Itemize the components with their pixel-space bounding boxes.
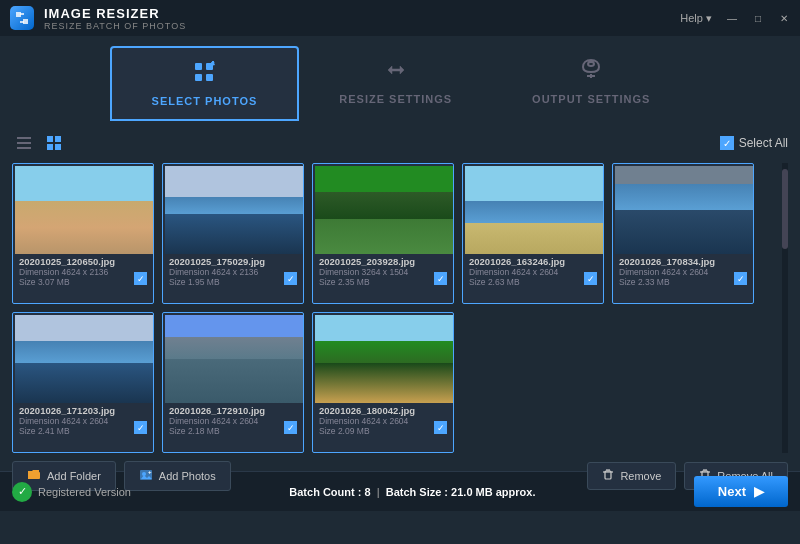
select-all-label: Select All	[739, 136, 788, 150]
photo-item[interactable]: 20201025_175029.jpg Dimension 4624 x 213…	[162, 163, 304, 304]
photo-size: Size 2.35 MB	[319, 277, 447, 287]
svg-rect-4	[195, 63, 202, 70]
svg-rect-14	[47, 144, 53, 150]
tab-output-settings[interactable]: OUTPUT SETTINGS	[492, 46, 690, 121]
photo-checkbox[interactable]: ✓	[134, 272, 147, 285]
photo-item[interactable]: 20201026_171203.jpg Dimension 4624 x 260…	[12, 312, 154, 453]
photo-checkbox[interactable]: ✓	[434, 272, 447, 285]
list-view-button[interactable]	[12, 131, 36, 155]
photo-size: Size 1.95 MB	[169, 277, 297, 287]
add-photos-button[interactable]: + Add Photos	[124, 461, 231, 491]
add-photos-label: Add Photos	[159, 470, 216, 482]
nav-tabs: SELECT PHOTOS RESIZE SETTINGS OUTPUT SET…	[0, 36, 800, 121]
app-subtitle: RESIZE BATCH OF PHOTOS	[44, 21, 186, 31]
svg-rect-9	[17, 137, 31, 139]
svg-rect-12	[47, 136, 53, 142]
tab-select-photos[interactable]: SELECT PHOTOS	[110, 46, 300, 121]
photo-thumbnail	[165, 166, 303, 254]
next-label: Next	[718, 484, 746, 499]
photo-item[interactable]: 20201026_180042.jpg Dimension 4624 x 260…	[312, 312, 454, 453]
add-photos-icon: +	[139, 468, 153, 484]
resize-settings-icon	[384, 58, 408, 87]
photo-name: 20201026_170834.jpg	[619, 256, 747, 267]
batch-count-value: 8	[364, 486, 370, 498]
photo-item[interactable]: 20201026_170834.jpg Dimension 4624 x 260…	[612, 163, 754, 304]
photo-thumbnail	[315, 166, 453, 254]
photo-size: Size 2.18 MB	[169, 426, 297, 436]
scrollbar[interactable]	[782, 163, 788, 453]
photo-size: Size 2.33 MB	[619, 277, 747, 287]
batch-count-label: Batch Count :	[289, 486, 361, 498]
toolbar: ✓ Select All	[12, 129, 788, 157]
svg-rect-16	[28, 472, 40, 479]
photo-dimension: Dimension 4624 x 2604	[469, 267, 597, 277]
photo-info: 20201025_120650.jpg Dimension 4624 x 213…	[15, 254, 151, 289]
remove-button[interactable]: Remove	[587, 462, 676, 490]
remove-icon	[602, 469, 614, 483]
close-button[interactable]: ✕	[778, 12, 790, 24]
title-bar-right: Help ▾ — □ ✕	[680, 12, 790, 25]
photo-thumbnail	[315, 315, 453, 403]
select-all-checkbox[interactable]: ✓	[720, 136, 734, 150]
title-bar-left: IMAGE RESIZER RESIZE BATCH OF PHOTOS	[10, 6, 186, 31]
help-button[interactable]: Help ▾	[680, 12, 712, 25]
batch-info: Batch Count : 8 | Batch Size : 21.0 MB a…	[289, 486, 535, 498]
app-title-text: IMAGE RESIZER RESIZE BATCH OF PHOTOS	[44, 6, 186, 31]
photo-checkbox[interactable]: ✓	[284, 272, 297, 285]
svg-rect-7	[206, 74, 213, 81]
svg-rect-6	[195, 74, 202, 81]
photo-item[interactable]: 20201025_203928.jpg Dimension 3264 x 150…	[312, 163, 454, 304]
photo-size: Size 2.41 MB	[19, 426, 147, 436]
grid-view-button[interactable]	[42, 131, 66, 155]
photo-dimension: Dimension 3264 x 1504	[319, 267, 447, 277]
output-settings-icon	[579, 58, 603, 87]
photo-info: 20201026_163246.jpg Dimension 4624 x 260…	[465, 254, 601, 289]
photo-checkbox[interactable]: ✓	[584, 272, 597, 285]
photo-name: 20201026_172910.jpg	[169, 405, 297, 416]
next-button[interactable]: Next ▶	[694, 476, 788, 507]
tab-resize-settings[interactable]: RESIZE SETTINGS	[299, 46, 492, 121]
photo-thumbnail	[15, 166, 153, 254]
view-buttons	[12, 131, 66, 155]
select-all-wrapper[interactable]: ✓ Select All	[720, 136, 788, 150]
photo-thumbnail	[165, 315, 303, 403]
tab-select-photos-label: SELECT PHOTOS	[152, 95, 258, 107]
photo-size: Size 2.63 MB	[469, 277, 597, 287]
photo-name: 20201026_171203.jpg	[19, 405, 147, 416]
app-name: IMAGE RESIZER	[44, 6, 186, 21]
photo-item[interactable]: 20201026_163246.jpg Dimension 4624 x 260…	[462, 163, 604, 304]
svg-rect-10	[17, 142, 31, 144]
photo-name: 20201025_175029.jpg	[169, 256, 297, 267]
photo-info: 20201025_203928.jpg Dimension 3264 x 150…	[315, 254, 451, 289]
minimize-button[interactable]: —	[726, 12, 738, 24]
registered-text: Registered Version	[38, 486, 131, 498]
remove-label: Remove	[620, 470, 661, 482]
main-content: ✓ Select All 20201025_120650.jpg Dimensi…	[0, 121, 800, 471]
photo-dimension: Dimension 4624 x 2604	[319, 416, 447, 426]
photo-size: Size 3.07 MB	[19, 277, 147, 287]
maximize-button[interactable]: □	[752, 12, 764, 24]
svg-rect-13	[55, 136, 61, 142]
registered-icon: ✓	[12, 482, 32, 502]
photo-checkbox[interactable]: ✓	[284, 421, 297, 434]
svg-marker-8	[211, 61, 215, 66]
svg-rect-15	[55, 144, 61, 150]
select-photos-icon	[192, 60, 216, 89]
photo-info: 20201026_171203.jpg Dimension 4624 x 260…	[15, 403, 151, 438]
photo-dimension: Dimension 4624 x 2136	[169, 267, 297, 277]
photo-checkbox[interactable]: ✓	[134, 421, 147, 434]
photo-dimension: Dimension 4624 x 2136	[19, 267, 147, 277]
photo-name: 20201025_203928.jpg	[319, 256, 447, 267]
photo-item[interactable]: 20201025_120650.jpg Dimension 4624 x 213…	[12, 163, 154, 304]
app-icon	[10, 6, 34, 30]
tab-resize-settings-label: RESIZE SETTINGS	[339, 93, 452, 105]
photo-name: 20201026_163246.jpg	[469, 256, 597, 267]
photo-name: 20201026_180042.jpg	[319, 405, 447, 416]
registered-badge: ✓ Registered Version	[12, 482, 131, 502]
photo-checkbox[interactable]: ✓	[734, 272, 747, 285]
photo-item[interactable]: 20201026_172910.jpg Dimension 4624 x 260…	[162, 312, 304, 453]
photo-info: 20201026_170834.jpg Dimension 4624 x 260…	[615, 254, 751, 289]
photo-checkbox[interactable]: ✓	[434, 421, 447, 434]
photo-dimension: Dimension 4624 x 2604	[169, 416, 297, 426]
batch-size-value: 21.0 MB approx.	[451, 486, 535, 498]
